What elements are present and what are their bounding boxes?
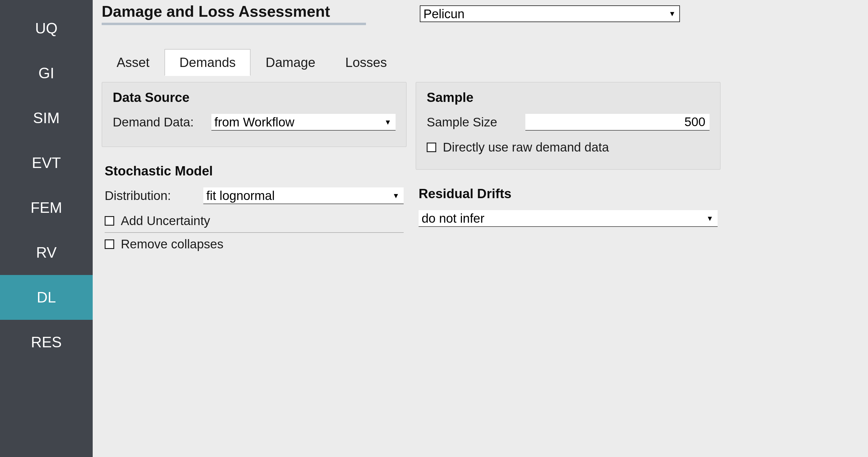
residual-drifts-title: Residual Drifts: [418, 186, 718, 201]
sidebar-item-gi[interactable]: GI: [0, 51, 93, 96]
page-title: Damage and Loss Assessment: [102, 2, 366, 25]
sidebar-item-label: DL: [37, 289, 56, 306]
stochastic-title: Stochastic Model: [105, 163, 404, 178]
sidebar: UQ GI SIM EVT FEM RV DL RES: [0, 0, 93, 457]
sidebar-item-evt[interactable]: EVT: [0, 140, 93, 185]
sidebar-item-label: UQ: [35, 20, 58, 37]
sample-group: Sample Sample Size Directly use raw dema…: [415, 82, 721, 170]
distribution-label: Distribution:: [105, 189, 194, 203]
residual-drifts-row: do not infer ▼: [418, 210, 718, 227]
main-content: Damage and Loss Assessment Pelicun ▼ Ass…: [93, 0, 868, 457]
sidebar-item-uq[interactable]: UQ: [0, 6, 93, 51]
sidebar-item-rv[interactable]: RV: [0, 230, 93, 275]
header-row: Damage and Loss Assessment Pelicun ▼: [102, 0, 859, 25]
distribution-select[interactable]: fit lognormal: [203, 187, 404, 204]
right-column: Sample Sample Size Directly use raw dema…: [415, 82, 721, 266]
method-select-wrap: Pelicun ▼: [420, 5, 680, 22]
sample-title: Sample: [427, 90, 710, 105]
use-raw-checkbox[interactable]: [427, 142, 436, 152]
tabs: Asset Demands Damage Losses: [102, 49, 859, 76]
sidebar-item-label: RES: [31, 333, 62, 351]
sidebar-item-fem[interactable]: FEM: [0, 185, 93, 230]
demand-data-label: Demand Data:: [113, 115, 203, 129]
residual-drifts-group: Residual Drifts do not infer ▼: [415, 176, 721, 243]
residual-drifts-select[interactable]: do not infer: [418, 210, 718, 227]
sample-size-input[interactable]: [525, 114, 710, 131]
method-select[interactable]: Pelicun: [420, 5, 680, 22]
sample-size-row: Sample Size: [427, 114, 710, 131]
residual-drifts-select-wrap: do not infer ▼: [418, 210, 718, 227]
sample-size-label: Sample Size: [427, 115, 516, 129]
tab-demands[interactable]: Demands: [164, 49, 251, 76]
remove-collapses-row[interactable]: Remove collapses: [105, 233, 404, 256]
sidebar-item-sim[interactable]: SIM: [0, 96, 93, 140]
sidebar-item-label: RV: [36, 244, 57, 261]
add-uncertainty-checkbox[interactable]: [105, 216, 114, 226]
remove-collapses-label: Remove collapses: [121, 237, 223, 251]
add-uncertainty-row[interactable]: Add Uncertainty: [105, 209, 404, 233]
tab-asset[interactable]: Asset: [102, 49, 164, 76]
data-source-title: Data Source: [113, 90, 396, 105]
demand-data-select-wrap: from Workflow ▼: [211, 114, 396, 131]
demand-data-row: Demand Data: from Workflow ▼: [113, 114, 396, 131]
demands-panel: Data Source Demand Data: from Workflow ▼…: [102, 76, 859, 266]
stochastic-model-group: Stochastic Model Distribution: fit logno…: [102, 153, 407, 266]
sidebar-item-res[interactable]: RES: [0, 320, 93, 365]
sidebar-item-label: EVT: [32, 154, 61, 171]
tab-damage[interactable]: Damage: [251, 49, 330, 76]
distribution-row: Distribution: fit lognormal ▼: [105, 187, 404, 204]
demand-data-select[interactable]: from Workflow: [211, 114, 396, 131]
add-uncertainty-label: Add Uncertainty: [121, 214, 210, 228]
distribution-select-wrap: fit lognormal ▼: [203, 187, 404, 204]
use-raw-label: Directly use raw demand data: [443, 140, 609, 155]
use-raw-row[interactable]: Directly use raw demand data: [427, 136, 710, 159]
data-source-group: Data Source Demand Data: from Workflow ▼: [102, 82, 407, 147]
sidebar-item-label: SIM: [33, 109, 60, 127]
sidebar-item-dl[interactable]: DL: [0, 275, 93, 320]
sidebar-item-label: FEM: [31, 199, 62, 217]
sidebar-item-label: GI: [38, 65, 54, 82]
remove-collapses-checkbox[interactable]: [105, 239, 114, 249]
left-column: Data Source Demand Data: from Workflow ▼…: [102, 82, 407, 266]
tab-losses[interactable]: Losses: [331, 49, 402, 76]
